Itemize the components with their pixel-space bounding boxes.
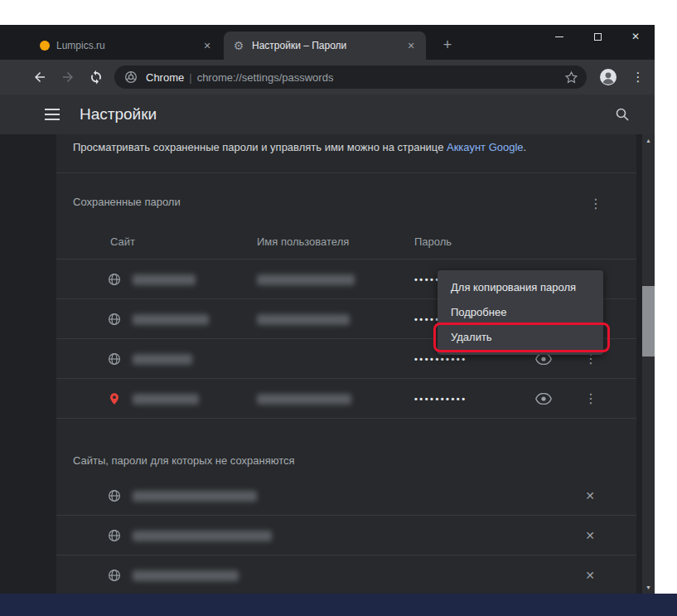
redacted-username bbox=[257, 394, 351, 405]
url-address: chrome://settings/passwords bbox=[197, 71, 334, 84]
never-saved-row: ✕ bbox=[56, 555, 636, 594]
bookmark-star-icon[interactable] bbox=[564, 70, 578, 85]
site-favicon-globe-icon bbox=[108, 489, 121, 502]
maximize-button[interactable] bbox=[578, 25, 617, 48]
tab-title: Настройки – Пароли bbox=[252, 40, 398, 51]
tab-title: Lumpics.ru bbox=[56, 40, 194, 51]
reload-icon[interactable] bbox=[86, 67, 106, 87]
gear-icon: ⚙ bbox=[232, 39, 245, 52]
site-favicon-globe-icon bbox=[108, 273, 121, 286]
minimize-button[interactable] bbox=[540, 25, 578, 48]
table-header: Сайт Имя пользователя Пароль bbox=[56, 235, 636, 252]
saved-password-row: •••••••••• ⋮ bbox=[56, 379, 636, 419]
intro-text: Просматривать сохраненные пароли и управ… bbox=[73, 140, 620, 155]
redacted-site-name bbox=[133, 274, 196, 285]
tab-close-icon[interactable]: ✕ bbox=[404, 39, 418, 52]
show-password-eye-icon[interactable] bbox=[535, 393, 552, 405]
redacted-username bbox=[257, 314, 350, 325]
intro-text-suffix: . bbox=[524, 141, 527, 153]
profile-avatar[interactable] bbox=[599, 68, 617, 86]
back-icon[interactable] bbox=[30, 67, 50, 87]
redacted-site-name bbox=[133, 491, 257, 502]
column-username: Имя пользователя bbox=[257, 235, 349, 248]
site-favicon-globe-icon bbox=[108, 529, 121, 542]
address-bar[interactable]: Chrome|chrome://settings/passwords bbox=[114, 65, 587, 89]
url-divider: | bbox=[189, 71, 191, 84]
hamburger-menu-icon[interactable] bbox=[45, 109, 60, 120]
settings-content: Просматривать сохраненные пароли и управ… bbox=[0, 134, 655, 594]
column-site: Сайт bbox=[110, 235, 135, 248]
forward-icon[interactable] bbox=[58, 67, 78, 87]
scroll-up-icon[interactable]: ▲ bbox=[642, 134, 655, 147]
redacted-site-name bbox=[133, 354, 192, 365]
column-password: Пароль bbox=[414, 235, 452, 248]
tab-settings-passwords[interactable]: ⚙ Настройки – Пароли ✕ bbox=[224, 32, 426, 60]
scrollbar-thumb[interactable] bbox=[642, 286, 655, 357]
password-context-menu: Для копирования пароля Подробнее Удалить bbox=[438, 270, 603, 355]
site-favicon-globe-icon bbox=[108, 352, 121, 366]
password-dots: •••••••••• bbox=[414, 379, 467, 419]
never-saved-row: ✕ bbox=[56, 516, 636, 555]
never-saved-list: ✕ ✕ ✕ bbox=[56, 476, 636, 594]
redacted-site-name bbox=[133, 314, 209, 325]
saved-passwords-title: Сохраненные пароли bbox=[73, 196, 181, 208]
window-controls: ✕ bbox=[540, 25, 655, 48]
menu-item-copy-password[interactable]: Для копирования пароля bbox=[438, 275, 603, 300]
browser-menu-icon[interactable]: ⋮ bbox=[630, 67, 646, 87]
remove-site-icon[interactable]: ✕ bbox=[582, 476, 598, 516]
scrollbar[interactable]: ▲ ▼ bbox=[642, 134, 655, 594]
show-password-eye-icon[interactable] bbox=[535, 353, 552, 365]
settings-header: Настройки bbox=[0, 95, 655, 134]
redacted-site-name bbox=[133, 394, 199, 405]
redacted-site-name bbox=[133, 531, 272, 541]
browser-toolbar: Chrome|chrome://settings/passwords ⋮ bbox=[0, 60, 655, 95]
chrome-page-icon bbox=[124, 70, 138, 84]
saved-passwords-menu-icon[interactable]: ⋮ bbox=[588, 192, 603, 216]
never-saved-title: Сайты, пароли для которых не сохраняются bbox=[73, 454, 295, 467]
search-icon[interactable] bbox=[615, 107, 630, 122]
menu-item-details[interactable]: Подробнее bbox=[438, 300, 603, 325]
tab-lumpics[interactable]: Lumpics.ru ✕ bbox=[31, 32, 222, 60]
never-saved-row: ✕ bbox=[56, 476, 636, 516]
divider bbox=[56, 172, 636, 173]
remove-site-icon[interactable]: ✕ bbox=[582, 555, 598, 594]
google-account-link[interactable]: Аккаунт Google bbox=[447, 141, 524, 153]
taskbar-strip bbox=[0, 594, 677, 616]
row-more-icon[interactable]: ⋮ bbox=[583, 379, 598, 419]
tab-close-icon[interactable]: ✕ bbox=[201, 39, 214, 52]
menu-item-delete[interactable]: Удалить bbox=[438, 325, 603, 350]
site-favicon-globe-icon bbox=[108, 569, 121, 582]
url-product: Chrome bbox=[146, 71, 184, 84]
new-tab-button[interactable]: + bbox=[438, 36, 457, 56]
site-favicon-pin-icon bbox=[108, 392, 121, 405]
close-button[interactable]: ✕ bbox=[617, 25, 655, 48]
passwords-card: Просматривать сохраненные пароли и управ… bbox=[56, 134, 636, 594]
url-text: Chrome|chrome://settings/passwords bbox=[146, 71, 564, 84]
remove-site-icon[interactable]: ✕ bbox=[582, 516, 598, 555]
browser-window: Lumpics.ru ✕ ⚙ Настройки – Пароли ✕ + ✕ bbox=[0, 25, 655, 594]
lumpics-favicon-icon bbox=[40, 41, 50, 51]
intro-text-plain: Просматривать сохраненные пароли и управ… bbox=[73, 141, 447, 153]
settings-title: Настройки bbox=[80, 105, 157, 124]
site-favicon-globe-icon bbox=[108, 313, 121, 326]
redacted-username bbox=[257, 274, 355, 285]
redacted-site-name bbox=[133, 570, 239, 581]
scroll-down-icon[interactable]: ▼ bbox=[642, 581, 655, 594]
tab-strip: Lumpics.ru ✕ ⚙ Настройки – Пароли ✕ + ✕ bbox=[0, 25, 655, 60]
